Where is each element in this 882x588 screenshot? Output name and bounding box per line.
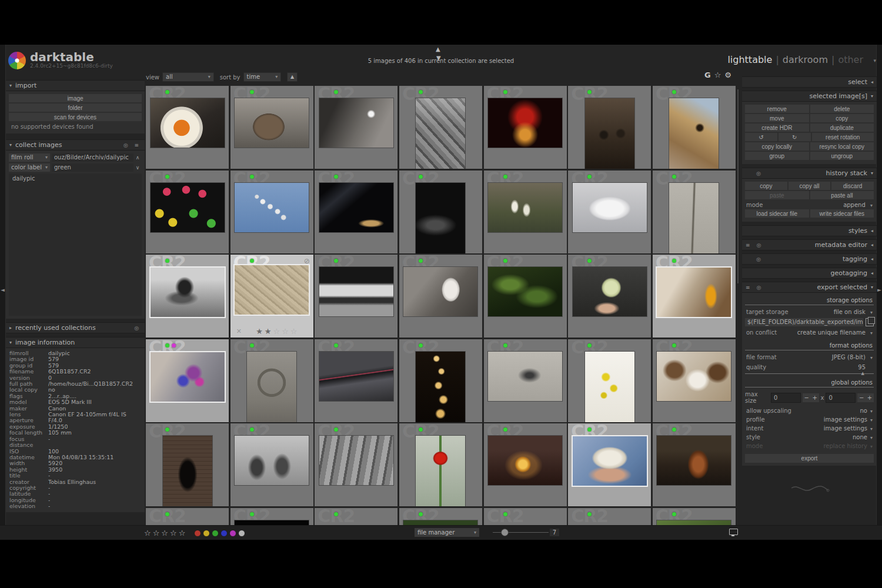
- rule-value-input[interactable]: ouz/Bilder/Archiv/dailypic: [52, 153, 133, 162]
- mode-tab-other[interactable]: other: [838, 54, 863, 65]
- photo-thumbnail[interactable]: [487, 351, 563, 402]
- photo-thumbnail[interactable]: [415, 98, 466, 169]
- color-label-button[interactable]: [220, 530, 228, 537]
- photo-thumbnail[interactable]: [415, 351, 466, 422]
- group-toggle-icon[interactable]: ⊘: [304, 257, 310, 265]
- section-import-header[interactable]: ▾ import: [6, 80, 145, 91]
- section-metadata-editor-header[interactable]: ≡ ◎ metadata editor ◂: [742, 239, 877, 250]
- section-selected-images-header[interactable]: selected image[s] ▾: [742, 91, 877, 102]
- grid-cell[interactable]: CR2: [146, 423, 229, 506]
- resync-local-copy-button[interactable]: resync local copy: [810, 142, 874, 151]
- photo-thumbnail[interactable]: [150, 98, 225, 148]
- presets-and-reset-icons[interactable]: ≡ ◎: [746, 285, 763, 290]
- grid-cell[interactable]: CR2: [653, 508, 736, 526]
- grid-cell[interactable]: CR2: [484, 86, 567, 169]
- photo-thumbnail[interactable]: [234, 98, 309, 148]
- star-icon[interactable]: ☆: [179, 529, 188, 537]
- photo-thumbnail[interactable]: [656, 520, 731, 526]
- grid-cell[interactable]: CR2: [315, 255, 397, 338]
- reject-icon[interactable]: ✕: [236, 328, 242, 335]
- grid-scrollbar[interactable]: [737, 89, 739, 283]
- photo-thumbnail[interactable]: [584, 351, 635, 422]
- preferences-gear-icon[interactable]: ⚙: [724, 71, 735, 79]
- photo-thumbnail[interactable]: [319, 351, 394, 402]
- grid-cell[interactable]: CR2: [653, 86, 736, 169]
- grid-cell[interactable]: CR2: [653, 171, 736, 253]
- layout-mode-select[interactable]: file manager ▾: [415, 528, 479, 537]
- grid-cell[interactable]: CR2: [315, 171, 397, 253]
- mode-dropdown-caret[interactable]: ▾: [873, 58, 876, 64]
- grid-cell[interactable]: CR2: [399, 508, 482, 526]
- star-icon[interactable]: ☆: [290, 327, 299, 336]
- export-button[interactable]: export: [745, 454, 874, 463]
- grid-cell[interactable]: CR2: [315, 423, 397, 506]
- rule-value-input[interactable]: green: [52, 163, 133, 172]
- photo-thumbnail[interactable]: [149, 351, 226, 403]
- photo-thumbnail[interactable]: [319, 435, 394, 486]
- paste-all-button[interactable]: paste all: [810, 191, 874, 199]
- photo-thumbnail[interactable]: [319, 266, 394, 317]
- on-conflict-row[interactable]: on conflict create unique filename ▾: [745, 328, 874, 337]
- presets-icon[interactable]: ◎: [134, 325, 141, 331]
- export-filename-input[interactable]: $(FILE_FOLDER)/darktable_exported/img_: [745, 318, 863, 326]
- move-button[interactable]: move: [745, 114, 809, 122]
- grid-cell[interactable]: CR2: [484, 171, 567, 253]
- grid-cell[interactable]: CR2: [399, 255, 482, 338]
- photo-thumbnail[interactable]: [415, 182, 466, 253]
- section-tagging-header[interactable]: ◎ tagging ◂: [742, 253, 877, 265]
- grid-cell[interactable]: CR2: [230, 171, 313, 253]
- collapse-right-panel-arrow[interactable]: ►: [877, 287, 881, 293]
- rule-options-icon[interactable]: ∧: [133, 155, 142, 161]
- grid-cell[interactable]: CR2: [146, 86, 229, 169]
- display-profile-icon[interactable]: [729, 529, 738, 535]
- photo-thumbnail[interactable]: [162, 435, 213, 506]
- grid-cell[interactable]: CR2: [653, 423, 736, 506]
- copy-button[interactable]: copy: [745, 182, 787, 190]
- grid-cell[interactable]: CR2: [146, 255, 229, 338]
- grid-cell[interactable]: CR2: [315, 86, 397, 169]
- star-icon[interactable]: ☆: [170, 529, 179, 537]
- width-stepper[interactable]: −+: [803, 393, 819, 402]
- star-icon[interactable]: ☆: [273, 327, 282, 336]
- profile-row[interactable]: profileimage settings▾: [745, 415, 874, 424]
- import-folder-button[interactable]: folder: [9, 103, 142, 112]
- rating-stars-control[interactable]: ☆☆☆☆☆: [144, 529, 187, 537]
- max-width-input[interactable]: 0: [771, 393, 801, 403]
- photo-thumbnail[interactable]: [319, 98, 394, 148]
- color-label-button[interactable]: [212, 530, 219, 537]
- collapse-top-panel-arrow[interactable]: ▲: [436, 46, 440, 52]
- target-storage-row[interactable]: target storage file on disk ▾: [745, 308, 874, 316]
- rotate-icon-button[interactable]: ↺: [745, 133, 777, 141]
- photo-thumbnail[interactable]: [656, 351, 731, 402]
- photo-thumbnail[interactable]: [234, 435, 309, 486]
- write-sidecar-files-button[interactable]: write sidecar files: [810, 209, 874, 218]
- photo-thumbnail[interactable]: [669, 98, 719, 169]
- height-stepper[interactable]: −+: [857, 393, 874, 402]
- grid-cell[interactable]: CR2: [484, 339, 567, 422]
- collapse-left-panel-arrow[interactable]: ◄: [1, 287, 5, 293]
- paste-button[interactable]: paste: [745, 191, 809, 199]
- allow-upscaling-row[interactable]: allow upscalingno▾: [745, 406, 874, 415]
- color-label-button[interactable]: [203, 530, 210, 537]
- photo-thumbnail[interactable]: [150, 182, 225, 233]
- section-geotagging-header[interactable]: geotagging ◂: [742, 268, 877, 279]
- overlays-star-icon[interactable]: ☆: [714, 71, 725, 79]
- star-icon[interactable]: ★: [256, 327, 265, 336]
- reset-icon[interactable]: ◎: [756, 256, 763, 262]
- sort-by-select[interactable]: time ▾: [243, 72, 282, 82]
- photo-thumbnail[interactable]: [656, 266, 732, 318]
- grid-cell[interactable]: CR2: [399, 171, 482, 253]
- photo-thumbnail[interactable]: [149, 266, 226, 318]
- grid-cell[interactable]: CR2: [230, 86, 313, 169]
- duplicate-button[interactable]: duplicate: [810, 123, 874, 132]
- mode-tab-darkroom[interactable]: darkroom: [783, 54, 828, 65]
- presets-and-reset-icons[interactable]: ≡ ◎: [746, 242, 763, 248]
- photo-thumbnail[interactable]: [403, 520, 478, 526]
- photo-thumbnail[interactable]: [572, 266, 647, 317]
- collapse-bottom-panel-arrow[interactable]: ▼: [436, 55, 441, 61]
- intent-row[interactable]: intentimage settings▾: [745, 424, 874, 433]
- ungroup-button[interactable]: ungroup: [810, 152, 874, 160]
- grid-cell[interactable]: CR2: [146, 339, 229, 422]
- group-button[interactable]: group: [745, 152, 809, 160]
- quality-slider[interactable]: quality 95 ▲: [745, 363, 874, 374]
